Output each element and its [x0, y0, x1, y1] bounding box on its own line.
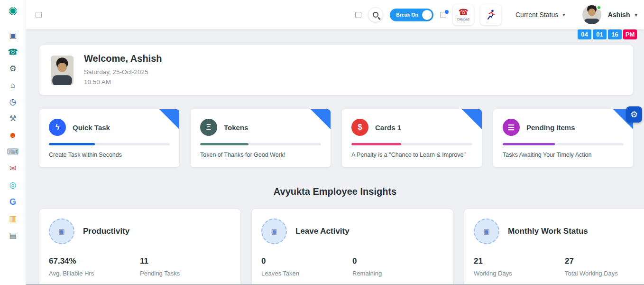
- select-checkbox[interactable]: [355, 12, 361, 18]
- stat-block: 21 Working Days: [474, 256, 565, 277]
- gear-icon: ⚙: [630, 109, 638, 120]
- welcome-time: 10:50 AM: [84, 77, 162, 87]
- stat-value: 67.34%: [49, 256, 140, 266]
- brand-logo-icon[interactable]: ✺: [8, 6, 18, 17]
- online-status-dot: [597, 5, 601, 10]
- search-icon: [373, 12, 378, 18]
- stat-value: 0: [352, 256, 443, 266]
- progress-track: [351, 143, 472, 145]
- flip-clock: 04 01 16 PM: [578, 29, 637, 39]
- card-title: Cards 1: [375, 124, 401, 132]
- stat-value: 21: [474, 256, 565, 266]
- pending-items-card[interactable]: ☰ Pending Items Tasks Awaiting Your Time…: [493, 109, 633, 167]
- mail-icon[interactable]: ✉: [9, 164, 16, 172]
- cards1-card[interactable]: $ Cards 1 A Penalty is a "Chance to Lear…: [342, 109, 482, 167]
- clock-minutes: 01: [593, 29, 607, 39]
- corner-ribbon-icon: [311, 109, 331, 129]
- break-toggle[interactable]: Break On: [390, 9, 433, 21]
- notification-dot: [445, 10, 449, 14]
- user-avatar[interactable]: [582, 5, 601, 24]
- gallery-icon[interactable]: ▣: [9, 31, 17, 39]
- insight-title: Monthly Work Status: [508, 227, 588, 236]
- bolt-icon: ϟ: [49, 119, 66, 136]
- insights-heading: Avyukta Employee Insights: [26, 186, 644, 197]
- document-icon[interactable]: ▤: [9, 231, 17, 239]
- clock-hours: 04: [578, 29, 591, 39]
- user-menu[interactable]: Ashish ▾: [608, 11, 637, 19]
- dialpad-label: Dialpad: [457, 17, 469, 21]
- dialer-icon[interactable]: ◷: [9, 98, 17, 106]
- progress-fill: [351, 143, 401, 145]
- chevron-down-icon: ▾: [562, 12, 565, 18]
- running-person-icon: [485, 9, 497, 20]
- leave-icon: ▣: [261, 218, 287, 244]
- stat-block: 67.34% Avg. Billable Hrs: [49, 256, 140, 277]
- stat-block: 0 Leaves Taken: [261, 256, 352, 277]
- stat-block: 0 Remaining: [352, 256, 443, 277]
- break-toggle-label: Break On: [396, 12, 418, 18]
- briefcase-icon[interactable]: ⚒: [9, 114, 16, 123]
- insights-row: ▣ Productivity 67.34% Avg. Billable Hrs …: [39, 209, 633, 285]
- progress-fill: [503, 143, 555, 145]
- stat-block: 11 Pending Tasks: [140, 256, 231, 277]
- work-status-icon: ▣: [474, 218, 499, 244]
- progress-track: [200, 143, 321, 145]
- coin-icon: Ξ: [200, 119, 217, 136]
- settings-fab[interactable]: ⚙: [626, 106, 642, 123]
- desktop-icon[interactable]: ⌨: [7, 148, 19, 156]
- leave-activity-card: ▣ Leave Activity 0 Leaves Taken 0 Remain…: [252, 209, 453, 285]
- user-name: Ashish: [608, 11, 630, 19]
- activity-status-button[interactable]: [480, 4, 501, 25]
- home-icon[interactable]: ⌂: [10, 81, 15, 89]
- card-title: Tokens: [224, 124, 248, 132]
- welcome-title: Welcome, Ashish: [84, 53, 162, 64]
- corner-ribbon-icon: [159, 109, 179, 129]
- productivity-icon: ▣: [49, 218, 74, 244]
- quick-cards-row: ϟ Quick Task Create Task within Seconds …: [39, 109, 633, 167]
- progress-track: [49, 143, 170, 145]
- collapse-checkbox[interactable]: [36, 12, 42, 18]
- corner-ribbon-icon: [462, 109, 482, 129]
- toggle-knob-icon: [422, 10, 432, 20]
- stat-label: Remaining: [352, 270, 443, 277]
- record-icon[interactable]: ◎: [9, 181, 17, 189]
- dialpad-phone-icon: ☎: [458, 8, 468, 16]
- stat-value: 0: [261, 256, 352, 266]
- insight-title: Productivity: [83, 227, 129, 236]
- stat-label: Total Working Days: [565, 270, 644, 277]
- agent-icon[interactable]: ☻: [9, 131, 17, 139]
- notifications-checkbox[interactable]: [440, 12, 446, 18]
- productivity-card: ▣ Productivity 67.34% Avg. Billable Hrs …: [39, 209, 240, 285]
- stat-label: Avg. Billable Hrs: [49, 270, 140, 277]
- progress-fill: [49, 143, 95, 145]
- list-icon: ☰: [503, 119, 520, 136]
- google-icon[interactable]: G: [9, 198, 16, 206]
- search-button[interactable]: [368, 7, 383, 22]
- clock-seconds: 16: [608, 29, 622, 39]
- card-subtitle: Create Task within Seconds: [49, 152, 170, 158]
- progress-fill: [200, 143, 248, 145]
- welcome-date: Saturday, 25-Oct-2025: [84, 67, 162, 77]
- stat-block: 27 Total Working Days: [565, 256, 644, 277]
- top-header: Break On ☎ Dialpad Current Status ▾: [26, 0, 644, 29]
- current-status-label: Current Status: [515, 11, 558, 19]
- card-subtitle: Tasks Awaiting Your Timely Action: [503, 152, 624, 158]
- hr-settings-icon[interactable]: ⚙: [9, 65, 16, 73]
- stat-label: Pending Tasks: [140, 270, 231, 277]
- clock-meridiem: PM: [623, 29, 637, 39]
- current-status-dropdown[interactable]: Current Status ▾: [515, 11, 565, 19]
- stat-value: 11: [140, 256, 231, 266]
- dialpad-button[interactable]: ☎ Dialpad: [453, 4, 474, 25]
- stat-label: Leaves Taken: [261, 270, 352, 277]
- call-icon[interactable]: ☎: [8, 48, 18, 56]
- welcome-card: Welcome, Ashish Saturday, 25-Oct-2025 10…: [39, 45, 633, 95]
- analytics-icon[interactable]: ▥: [9, 215, 17, 223]
- card-title: Pending Items: [526, 124, 575, 132]
- welcome-avatar: [51, 56, 74, 85]
- quick-task-card[interactable]: ϟ Quick Task Create Task within Seconds: [39, 109, 179, 167]
- card-title: Quick Task: [73, 124, 110, 132]
- sidebar: ✺ ▣ ☎ ⚙ ⌂ ◷ ⚒ ☻ ⌨ ✉ ◎ G ▥ ▤: [0, 0, 26, 285]
- monthly-work-status-card: ▣ Monthly Work Status 21 Working Days 27…: [464, 209, 644, 285]
- tokens-card[interactable]: Ξ Tokens Token of Thanks for Good Work!: [191, 109, 331, 167]
- coins-icon: $: [351, 119, 368, 136]
